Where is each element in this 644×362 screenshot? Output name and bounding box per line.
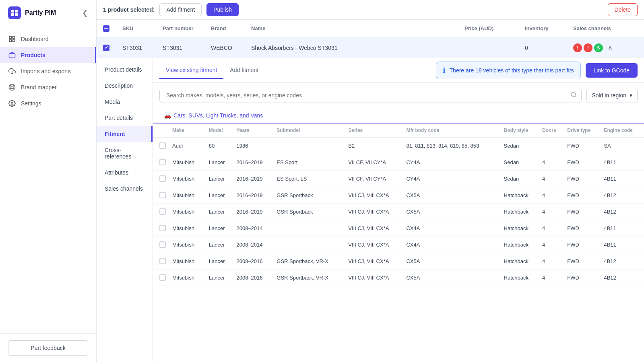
row-checkbox[interactable]: [159, 274, 166, 281]
cell-mfr-body-code: CX5A: [403, 253, 500, 269]
cell-series: VIII CJ, VIII CX*A: [345, 237, 403, 253]
cell-mfr-body-code: 81, 811, 813, 814, 819, 85, 853: [403, 138, 500, 154]
row-checkbox-cell[interactable]: [153, 253, 169, 269]
cell-years: 2016–2019: [233, 187, 273, 204]
cell-doors: 4: [539, 204, 564, 220]
cell-engine-code: SA: [601, 138, 644, 154]
cell-make: Mitsubishi: [169, 171, 206, 187]
publish-button[interactable]: Publish: [206, 3, 239, 16]
row-checkbox-cell[interactable]: [103, 45, 122, 51]
cell-doors: 4: [539, 154, 564, 171]
tab-view-existing-fitment[interactable]: View existing fitment: [159, 62, 223, 79]
row-inventory: 0: [525, 45, 573, 51]
svg-line-17: [575, 96, 576, 97]
cell-drive-type: FWD: [564, 269, 601, 286]
sidebar-item-settings[interactable]: Settings: [0, 95, 96, 111]
add-fitment-button[interactable]: Add fitment: [159, 3, 202, 16]
fitment-table-header-row: Make Model Years Submodel Series Mfr bod…: [153, 123, 644, 138]
cell-body-style: Hatchback: [501, 187, 539, 204]
left-nav-part-details[interactable]: Part details: [97, 110, 153, 126]
col-price: Price (AUD): [464, 25, 525, 31]
row-checkbox-cell[interactable]: [153, 220, 169, 237]
region-select[interactable]: Sold in region ▾: [586, 88, 638, 103]
fitment-table-body: Audi 80 1986 B2 81, 811, 813, 814, 819, …: [153, 138, 644, 286]
sidebar-item-dashboard[interactable]: Dashboard: [0, 31, 96, 47]
th-checkbox: [153, 123, 169, 138]
fitment-info-box: ℹ There are 18 vehicles of this type tha…: [436, 62, 581, 79]
row-checkbox-cell[interactable]: [153, 204, 169, 220]
sidebar-item-products[interactable]: Products: [0, 47, 96, 63]
sidebar-item-brand-mapper[interactable]: Brand mapper: [0, 79, 96, 95]
cell-submodel: GSR Sportback: [273, 187, 345, 204]
cell-drive-type: FWD: [564, 138, 601, 154]
cell-series: VIII CJ, VIII CX*A: [345, 220, 403, 237]
cell-make: Mitsubishi: [169, 154, 206, 171]
left-nav-attributes[interactable]: Attributes: [97, 165, 153, 181]
row-checkbox[interactable]: [159, 192, 166, 198]
row-checkbox-cell[interactable]: [153, 237, 169, 253]
product-table-header: SKU Part number Brand Name Price (AUD) I…: [97, 20, 644, 37]
row-checkbox-cell[interactable]: [153, 171, 169, 187]
selected-count-label: 1 product selected:: [103, 6, 155, 13]
delete-button[interactable]: Delete: [608, 3, 638, 16]
vehicle-tab-label: Cars, SUVs, Light Trucks, and Vans: [173, 112, 263, 119]
th-engine-code: Engine code: [601, 123, 644, 138]
row-checkbox-cell[interactable]: [153, 154, 169, 171]
row-checkbox[interactable]: [159, 159, 166, 165]
sales-channel-badge-3: S: [594, 43, 603, 52]
search-icon-button[interactable]: [570, 92, 577, 99]
vehicle-tab-cars[interactable]: 🚗 Cars, SUVs, Light Trucks, and Vans: [159, 108, 268, 123]
select-all-checkbox[interactable]: [103, 25, 109, 32]
cell-body-style: Hatchback: [501, 204, 539, 220]
svg-point-15: [11, 103, 13, 105]
cell-submodel: [273, 237, 345, 253]
left-nav-fitment[interactable]: Fitment: [97, 126, 153, 142]
row-checkbox[interactable]: [159, 258, 166, 264]
left-nav-sales-channels[interactable]: Sales channels: [97, 181, 153, 197]
fitment-info-text: There are 18 vehicles of this type that …: [450, 67, 574, 74]
cell-doors: 4: [539, 171, 564, 187]
cell-engine-code: 4B12: [601, 187, 644, 204]
cell-doors: 4: [539, 220, 564, 237]
cell-years: 2016–2019: [233, 171, 273, 187]
row-checkbox[interactable]: [103, 45, 109, 51]
row-checkbox[interactable]: [159, 175, 166, 182]
cell-make: Mitsubishi: [169, 204, 206, 220]
cell-submodel: [273, 220, 345, 237]
left-nav-product-details[interactable]: Product details: [97, 62, 153, 78]
cell-body-style: Hatchback: [501, 220, 539, 237]
sidebar-collapse-button[interactable]: ❮: [82, 8, 88, 17]
row-checkbox[interactable]: [159, 142, 166, 149]
svg-rect-1: [15, 10, 18, 12]
app-title: Partly PIM: [25, 9, 56, 16]
cell-make: Mitsubishi: [169, 220, 206, 237]
row-checkbox-cell[interactable]: [153, 138, 169, 154]
cell-doors: [539, 138, 564, 154]
sidebar-item-imports-label: Imports and exports: [21, 68, 71, 74]
cell-engine-code: 4B12: [601, 269, 644, 286]
left-nav-media[interactable]: Media: [97, 94, 153, 110]
link-gcode-button[interactable]: Link to GCode: [586, 63, 638, 78]
row-collapse-button[interactable]: ∧: [608, 44, 613, 51]
row-checkbox[interactable]: [159, 208, 166, 215]
row-checkbox[interactable]: [159, 241, 166, 248]
search-input[interactable]: [159, 88, 582, 103]
left-nav-description[interactable]: Description: [97, 78, 153, 94]
cell-model: Lancer: [206, 171, 233, 187]
settings-icon: [8, 99, 16, 107]
row-checkbox-cell[interactable]: [153, 269, 169, 286]
header-checkbox-cell[interactable]: [103, 25, 122, 32]
fitment-tabs: View existing fitment Add fitment: [153, 62, 436, 79]
tab-add-fitment[interactable]: Add fitment: [223, 62, 265, 79]
row-checkbox-cell[interactable]: [153, 187, 169, 204]
part-feedback-button[interactable]: Part feedback: [8, 340, 88, 356]
product-row: ST3031 ST3031 WEBCO Shock Absorbers - We…: [97, 37, 644, 58]
cell-drive-type: FWD: [564, 237, 601, 253]
cell-body-style: Hatchback: [501, 253, 539, 269]
sidebar-item-imports-exports[interactable]: Imports and exports: [0, 63, 96, 79]
row-checkbox[interactable]: [159, 225, 166, 231]
cell-make: Mitsubishi: [169, 269, 206, 286]
th-drive-type: Drive type: [564, 123, 601, 138]
cell-series: VIII CJ, VIII CX*A: [345, 187, 403, 204]
left-nav-cross-references[interactable]: Cross-references: [97, 142, 153, 165]
